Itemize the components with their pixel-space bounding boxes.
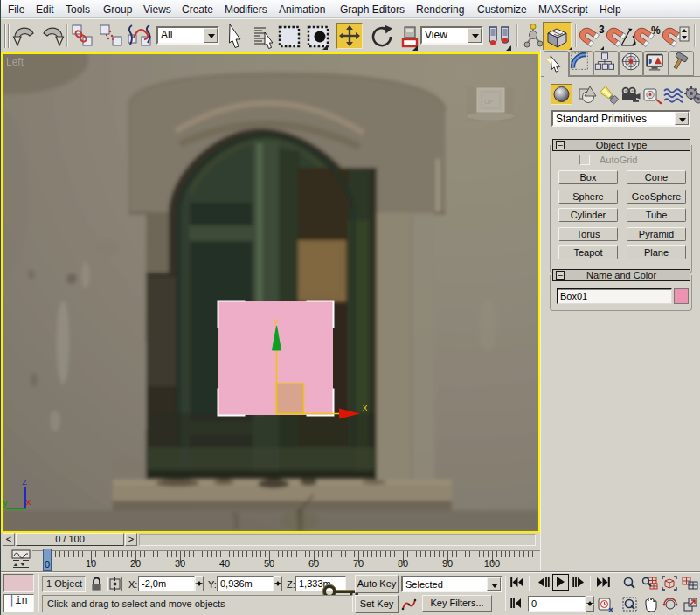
svg-text:%: % <box>651 24 661 37</box>
svg-text:y: y <box>3 498 9 508</box>
svg-text:x: x <box>25 497 31 508</box>
svg-text:3: 3 <box>599 24 605 36</box>
svg-text:x: x <box>363 402 368 412</box>
svg-text:y: y <box>274 315 279 326</box>
svg-text:UP: UP <box>484 98 494 106</box>
svg-text:z: z <box>22 477 28 487</box>
